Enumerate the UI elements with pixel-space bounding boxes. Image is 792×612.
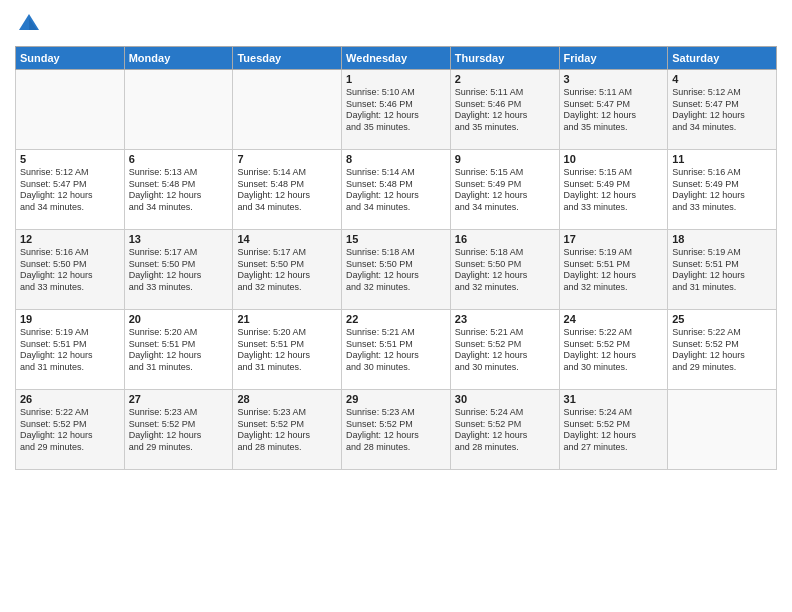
calendar-page: SundayMondayTuesdayWednesdayThursdayFrid… <box>0 0 792 612</box>
day-number: 16 <box>455 233 555 245</box>
calendar-cell: 2Sunrise: 5:11 AM Sunset: 5:46 PM Daylig… <box>450 70 559 150</box>
day-content: Sunrise: 5:19 AM Sunset: 5:51 PM Dayligh… <box>564 247 664 294</box>
day-content: Sunrise: 5:11 AM Sunset: 5:47 PM Dayligh… <box>564 87 664 134</box>
calendar-cell: 14Sunrise: 5:17 AM Sunset: 5:50 PM Dayli… <box>233 230 342 310</box>
calendar-cell: 5Sunrise: 5:12 AM Sunset: 5:47 PM Daylig… <box>16 150 125 230</box>
day-content: Sunrise: 5:21 AM Sunset: 5:51 PM Dayligh… <box>346 327 446 374</box>
calendar-cell: 12Sunrise: 5:16 AM Sunset: 5:50 PM Dayli… <box>16 230 125 310</box>
day-content: Sunrise: 5:15 AM Sunset: 5:49 PM Dayligh… <box>564 167 664 214</box>
calendar-cell: 16Sunrise: 5:18 AM Sunset: 5:50 PM Dayli… <box>450 230 559 310</box>
calendar-cell: 20Sunrise: 5:20 AM Sunset: 5:51 PM Dayli… <box>124 310 233 390</box>
day-content: Sunrise: 5:18 AM Sunset: 5:50 PM Dayligh… <box>455 247 555 294</box>
day-number: 6 <box>129 153 229 165</box>
day-content: Sunrise: 5:13 AM Sunset: 5:48 PM Dayligh… <box>129 167 229 214</box>
day-content: Sunrise: 5:23 AM Sunset: 5:52 PM Dayligh… <box>237 407 337 454</box>
day-number: 13 <box>129 233 229 245</box>
day-number: 9 <box>455 153 555 165</box>
day-content: Sunrise: 5:17 AM Sunset: 5:50 PM Dayligh… <box>129 247 229 294</box>
calendar-cell: 24Sunrise: 5:22 AM Sunset: 5:52 PM Dayli… <box>559 310 668 390</box>
header <box>15 10 777 38</box>
week-row-4: 26Sunrise: 5:22 AM Sunset: 5:52 PM Dayli… <box>16 390 777 470</box>
day-number: 14 <box>237 233 337 245</box>
day-content: Sunrise: 5:15 AM Sunset: 5:49 PM Dayligh… <box>455 167 555 214</box>
day-content: Sunrise: 5:19 AM Sunset: 5:51 PM Dayligh… <box>672 247 772 294</box>
day-number: 26 <box>20 393 120 405</box>
weekday-header-friday: Friday <box>559 47 668 70</box>
calendar-cell: 22Sunrise: 5:21 AM Sunset: 5:51 PM Dayli… <box>342 310 451 390</box>
calendar-cell: 21Sunrise: 5:20 AM Sunset: 5:51 PM Dayli… <box>233 310 342 390</box>
day-number: 1 <box>346 73 446 85</box>
day-number: 20 <box>129 313 229 325</box>
calendar-cell: 28Sunrise: 5:23 AM Sunset: 5:52 PM Dayli… <box>233 390 342 470</box>
day-content: Sunrise: 5:20 AM Sunset: 5:51 PM Dayligh… <box>129 327 229 374</box>
day-number: 21 <box>237 313 337 325</box>
calendar-cell: 23Sunrise: 5:21 AM Sunset: 5:52 PM Dayli… <box>450 310 559 390</box>
day-number: 18 <box>672 233 772 245</box>
logo <box>15 10 47 38</box>
calendar-cell: 29Sunrise: 5:23 AM Sunset: 5:52 PM Dayli… <box>342 390 451 470</box>
weekday-header-tuesday: Tuesday <box>233 47 342 70</box>
day-content: Sunrise: 5:16 AM Sunset: 5:50 PM Dayligh… <box>20 247 120 294</box>
day-content: Sunrise: 5:12 AM Sunset: 5:47 PM Dayligh… <box>672 87 772 134</box>
calendar-cell: 17Sunrise: 5:19 AM Sunset: 5:51 PM Dayli… <box>559 230 668 310</box>
calendar-cell: 25Sunrise: 5:22 AM Sunset: 5:52 PM Dayli… <box>668 310 777 390</box>
calendar-cell: 31Sunrise: 5:24 AM Sunset: 5:52 PM Dayli… <box>559 390 668 470</box>
week-row-0: 1Sunrise: 5:10 AM Sunset: 5:46 PM Daylig… <box>16 70 777 150</box>
day-content: Sunrise: 5:22 AM Sunset: 5:52 PM Dayligh… <box>20 407 120 454</box>
day-number: 23 <box>455 313 555 325</box>
day-number: 5 <box>20 153 120 165</box>
weekday-header-monday: Monday <box>124 47 233 70</box>
week-row-3: 19Sunrise: 5:19 AM Sunset: 5:51 PM Dayli… <box>16 310 777 390</box>
day-content: Sunrise: 5:14 AM Sunset: 5:48 PM Dayligh… <box>237 167 337 214</box>
calendar-cell <box>16 70 125 150</box>
day-number: 3 <box>564 73 664 85</box>
weekday-header-row: SundayMondayTuesdayWednesdayThursdayFrid… <box>16 47 777 70</box>
day-content: Sunrise: 5:20 AM Sunset: 5:51 PM Dayligh… <box>237 327 337 374</box>
day-content: Sunrise: 5:18 AM Sunset: 5:50 PM Dayligh… <box>346 247 446 294</box>
calendar-cell: 30Sunrise: 5:24 AM Sunset: 5:52 PM Dayli… <box>450 390 559 470</box>
calendar-cell: 18Sunrise: 5:19 AM Sunset: 5:51 PM Dayli… <box>668 230 777 310</box>
calendar-cell: 3Sunrise: 5:11 AM Sunset: 5:47 PM Daylig… <box>559 70 668 150</box>
day-number: 11 <box>672 153 772 165</box>
calendar-cell: 10Sunrise: 5:15 AM Sunset: 5:49 PM Dayli… <box>559 150 668 230</box>
day-number: 4 <box>672 73 772 85</box>
day-content: Sunrise: 5:12 AM Sunset: 5:47 PM Dayligh… <box>20 167 120 214</box>
calendar-cell: 15Sunrise: 5:18 AM Sunset: 5:50 PM Dayli… <box>342 230 451 310</box>
day-content: Sunrise: 5:21 AM Sunset: 5:52 PM Dayligh… <box>455 327 555 374</box>
day-number: 29 <box>346 393 446 405</box>
day-content: Sunrise: 5:11 AM Sunset: 5:46 PM Dayligh… <box>455 87 555 134</box>
calendar-cell: 11Sunrise: 5:16 AM Sunset: 5:49 PM Dayli… <box>668 150 777 230</box>
day-number: 24 <box>564 313 664 325</box>
calendar-cell: 1Sunrise: 5:10 AM Sunset: 5:46 PM Daylig… <box>342 70 451 150</box>
day-number: 10 <box>564 153 664 165</box>
logo-icon <box>15 10 43 38</box>
day-content: Sunrise: 5:23 AM Sunset: 5:52 PM Dayligh… <box>129 407 229 454</box>
calendar-cell: 8Sunrise: 5:14 AM Sunset: 5:48 PM Daylig… <box>342 150 451 230</box>
day-content: Sunrise: 5:24 AM Sunset: 5:52 PM Dayligh… <box>455 407 555 454</box>
week-row-2: 12Sunrise: 5:16 AM Sunset: 5:50 PM Dayli… <box>16 230 777 310</box>
day-number: 7 <box>237 153 337 165</box>
calendar-cell: 6Sunrise: 5:13 AM Sunset: 5:48 PM Daylig… <box>124 150 233 230</box>
calendar-cell <box>233 70 342 150</box>
day-number: 27 <box>129 393 229 405</box>
day-content: Sunrise: 5:17 AM Sunset: 5:50 PM Dayligh… <box>237 247 337 294</box>
day-number: 12 <box>20 233 120 245</box>
calendar-cell: 27Sunrise: 5:23 AM Sunset: 5:52 PM Dayli… <box>124 390 233 470</box>
calendar-cell: 9Sunrise: 5:15 AM Sunset: 5:49 PM Daylig… <box>450 150 559 230</box>
day-number: 22 <box>346 313 446 325</box>
day-content: Sunrise: 5:16 AM Sunset: 5:49 PM Dayligh… <box>672 167 772 214</box>
weekday-header-sunday: Sunday <box>16 47 125 70</box>
weekday-header-saturday: Saturday <box>668 47 777 70</box>
day-number: 15 <box>346 233 446 245</box>
day-content: Sunrise: 5:10 AM Sunset: 5:46 PM Dayligh… <box>346 87 446 134</box>
calendar-cell: 19Sunrise: 5:19 AM Sunset: 5:51 PM Dayli… <box>16 310 125 390</box>
day-number: 8 <box>346 153 446 165</box>
day-number: 25 <box>672 313 772 325</box>
weekday-header-thursday: Thursday <box>450 47 559 70</box>
day-number: 31 <box>564 393 664 405</box>
week-row-1: 5Sunrise: 5:12 AM Sunset: 5:47 PM Daylig… <box>16 150 777 230</box>
day-number: 19 <box>20 313 120 325</box>
day-number: 28 <box>237 393 337 405</box>
calendar-cell: 26Sunrise: 5:22 AM Sunset: 5:52 PM Dayli… <box>16 390 125 470</box>
calendar-cell: 4Sunrise: 5:12 AM Sunset: 5:47 PM Daylig… <box>668 70 777 150</box>
